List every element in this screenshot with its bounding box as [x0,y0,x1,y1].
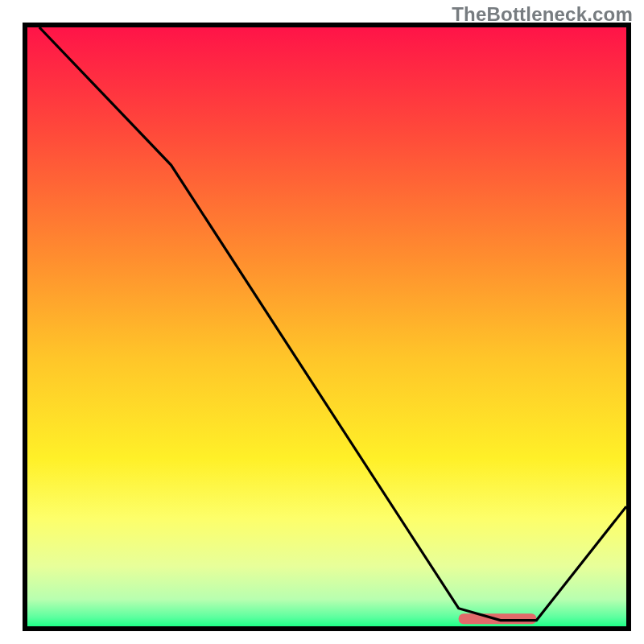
bottleneck-curve [27,27,626,626]
plot-area [23,23,631,631]
viewport: TheBottleneck.com [0,0,644,644]
